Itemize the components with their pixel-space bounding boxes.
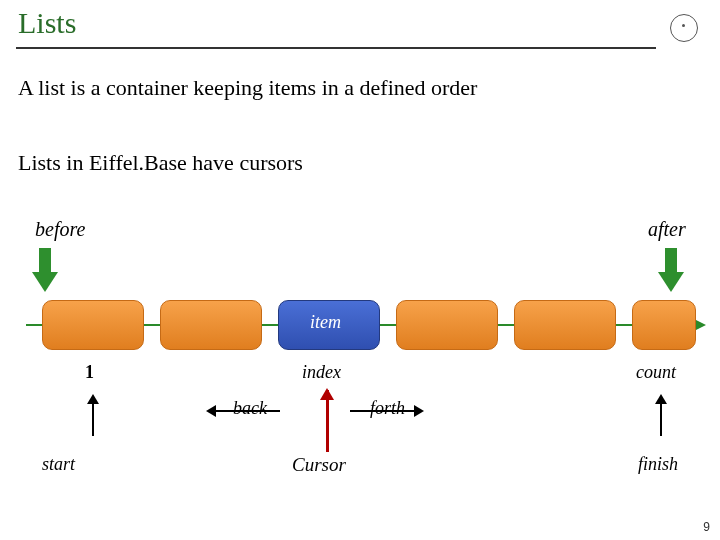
- list-item-2: [160, 300, 262, 350]
- label-one: 1: [85, 362, 94, 383]
- list-item-4: [396, 300, 498, 350]
- label-start: start: [42, 454, 75, 475]
- list-item-1: [42, 300, 144, 350]
- list-item-5: [514, 300, 616, 350]
- page-number: 9: [703, 520, 710, 534]
- arrow-up-one-icon: [92, 396, 94, 436]
- label-back: back: [233, 398, 267, 419]
- title-underline: [16, 47, 656, 49]
- label-item: item: [310, 312, 341, 333]
- cursor-arrow-icon: [326, 390, 329, 452]
- arrow-up-count-icon: [660, 396, 662, 436]
- body-line-1: A list is a container keeping items in a…: [18, 75, 477, 101]
- label-after: after: [648, 218, 686, 241]
- label-count: count: [636, 362, 676, 383]
- label-forth: forth: [370, 398, 405, 419]
- label-cursor: Cursor: [292, 454, 346, 476]
- before-arrow-icon: [32, 248, 58, 296]
- logo-icon: [670, 14, 698, 42]
- list-item-6: [632, 300, 696, 350]
- slide-root: Lists A list is a container keeping item…: [0, 0, 720, 540]
- after-arrow-icon: [658, 248, 684, 296]
- list-boxes-row: [0, 300, 720, 350]
- label-index: index: [302, 362, 341, 383]
- slide-title: Lists: [18, 6, 76, 40]
- label-before: before: [35, 218, 85, 241]
- body-line-2: Lists in Eiffel.Base have cursors: [18, 150, 303, 176]
- label-finish: finish: [638, 454, 678, 475]
